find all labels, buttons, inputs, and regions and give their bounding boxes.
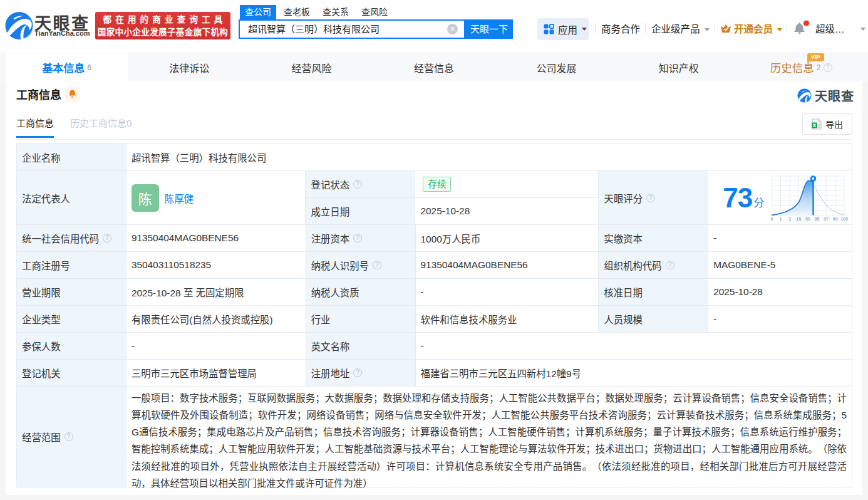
svg-text:97: 97 [824, 217, 829, 221]
svg-text:100: 100 [840, 217, 848, 221]
svg-text:15: 15 [797, 217, 802, 221]
svg-text:0: 0 [771, 217, 773, 221]
svg-text:50: 50 [805, 217, 810, 221]
svg-text:85: 85 [815, 217, 820, 221]
svg-text:99: 99 [833, 217, 838, 221]
svg-text:3: 3 [788, 217, 791, 221]
svg-text:1: 1 [780, 217, 782, 221]
